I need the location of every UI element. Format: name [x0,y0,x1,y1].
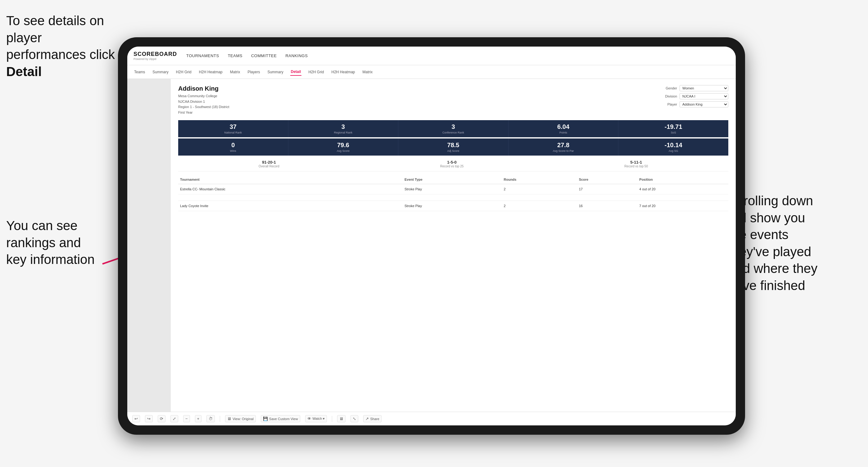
subnav-teams[interactable]: Teams [133,69,146,75]
stat-value-national-rank: 37 [181,123,286,130]
stats-row-1: 37 National Rank 3 Regional Rank 3 Confe… [178,120,728,137]
toolbar-undo[interactable]: ↩ [132,415,140,422]
toolbar-zoom-in[interactable]: + [195,415,202,422]
toolbar-redo[interactable]: ↪ [145,415,153,422]
tablet-screen: SCOREBOARD Powered by clippd TOURNAMENTS… [127,46,736,426]
stat-points: 6.04 Points [508,120,619,137]
toolbar-fullscreen[interactable]: ⤡ [350,415,358,422]
save-icon: 💾 [263,416,268,421]
toolbar-screen[interactable]: 🖥 [337,415,345,422]
subnav-h2h-heatmap2[interactable]: H2H Heatmap [331,69,355,75]
stat-label-points: Points [511,131,616,134]
record-label-overall: Overall Record [258,164,279,168]
record-top50: 5-11-1 Record vs top 50 [624,160,648,168]
stat-label-wins: Wins [181,149,286,152]
toolbar-divider-1 [220,416,220,422]
player-name: Addison King [178,85,229,92]
nav-committee[interactable]: COMMITTEE [251,52,277,59]
stat-value-conference-rank: 3 [401,123,506,130]
stat-value-avg-sg: -10.14 [621,142,726,149]
subnav-summary[interactable]: Summary [152,69,169,75]
stat-avg-score-par: 27.8 Avg Score to Par [508,138,619,156]
view-icon: 🖥 [227,416,231,421]
toolbar-expand[interactable]: ⤢ [170,415,178,422]
main-content: Addison King Mesa Community College NJCA… [127,79,736,412]
stat-adj-score: 78.5 Adj Score [398,138,508,156]
stat-avg-sg: -10.14 Avg SG [618,138,728,156]
record-top25: 1-5-0 Record vs top 25 [440,160,464,168]
record-value-top50: 5-11-1 [624,160,648,164]
cell-event-type-2: Stroke Play [403,201,502,211]
cell-rounds-2: 2 [502,201,577,211]
logo-sub: Powered by clippd [133,57,177,61]
top-nav-items: TOURNAMENTS TEAMS COMMITTEE RANKINGS [186,52,308,59]
logo-main: SCOREBOARD [133,51,177,57]
nav-rankings[interactable]: RANKINGS [285,52,308,59]
cell-score-2: 16 [577,201,638,211]
nav-tournaments[interactable]: TOURNAMENTS [186,52,219,59]
player-region: Region 1 - Southwest (18) District [178,105,229,109]
stat-value-avg-score: 79.6 [291,142,396,149]
col-event-type: Event Type [403,175,502,184]
annotation-detail-bold: Detail [6,64,41,79]
stat-label-regional-rank: Regional Rank [291,131,396,134]
timer-icon: ⏱ [209,416,213,421]
player-year: First Year [178,111,192,114]
subnav-summary2[interactable]: Summary [267,69,284,75]
record-value-overall: 91-20-1 [258,160,279,164]
toolbar-watch[interactable]: 👁 Watch ▾ [305,415,327,422]
cell-position-1: 4 out of 20 [637,184,728,194]
stats-row-2: 0 Wins 79.6 Avg Score 78.5 Adj Score 27.… [178,138,728,156]
stat-value-sos: -19.71 [621,123,726,130]
stat-avg-score: 79.6 Avg Score [288,138,399,156]
stat-value-regional-rank: 3 [291,123,396,130]
subnav-matrix[interactable]: Matrix [229,69,241,75]
record-label-top50: Record vs top 50 [624,164,648,168]
subnav-h2h-heatmap[interactable]: H2H Heatmap [198,69,223,75]
toolbar-refresh[interactable]: ⟳ [158,415,165,422]
nav-teams[interactable]: TEAMS [228,52,243,59]
table-row: Estrella CC- Mountain Classic Stroke Pla… [178,184,728,194]
stat-wins: 0 Wins [178,138,288,156]
watch-icon: 👁 [307,416,311,421]
player-college: Mesa Community College [178,94,217,98]
annotation-right: Scrolling down will show you the events … [728,192,859,294]
zoom-in-icon: + [197,416,199,421]
cell-position-2: 7 out of 20 [637,201,728,211]
toolbar-save-custom-view[interactable]: 💾 Save Custom View [261,415,300,422]
toolbar-zoom-out[interactable]: − [183,415,190,422]
toolbar-timer[interactable]: ⏱ [207,415,215,422]
stat-sos: -19.71 SoS [618,120,728,137]
player-select[interactable]: Addison King [680,101,728,107]
stat-value-adj-score: 78.5 [401,142,506,149]
toolbar-view-original[interactable]: 🖥 View: Original [225,415,256,422]
tournament-table: Tournament Event Type Rounds Score Posit… [178,175,728,211]
col-score: Score [577,175,638,184]
player-division: NJCAA Division 1 [178,100,205,103]
subnav-h2h-grid[interactable]: H2H Grid [176,69,192,75]
toolbar-divider-2 [332,416,332,422]
subnav-players[interactable]: Players [247,69,260,75]
toolbar-view-label: View: Original [232,417,254,421]
player-header: Addison King Mesa Community College NJCA… [178,85,728,115]
stat-conference-rank: 3 Conference Rank [398,120,508,137]
stat-value-avg-score-par: 27.8 [511,142,616,149]
annotation-bottom-left: You can see rankings and key information [6,217,118,268]
stat-label-avg-score-par: Avg Score to Par [511,149,616,152]
expand-icon: ⤢ [173,416,176,421]
stat-value-wins: 0 [181,142,286,149]
toolbar-watch-label: Watch ▾ [313,417,325,421]
subnav-detail[interactable]: Detail [290,68,302,76]
gender-select[interactable]: Women Men [680,85,728,91]
refresh-icon: ⟳ [160,416,163,421]
division-select[interactable]: NJCAA I NJCAA II [680,93,728,99]
cell-event-type-1: Stroke Play [403,184,502,194]
table-row: Lady Coyote Invite Stroke Play 2 16 7 ou… [178,201,728,211]
subnav-h2h-grid2[interactable]: H2H Grid [308,69,324,75]
stat-label-adj-score: Adj Score [401,149,506,152]
cell-score-1: 17 [577,184,638,194]
subnav-matrix2[interactable]: Matrix [362,69,373,75]
stat-label-sos: SoS [621,131,726,134]
toolbar-share[interactable]: ↗ Share [363,415,381,422]
stat-label-national-rank: National Rank [181,131,286,134]
